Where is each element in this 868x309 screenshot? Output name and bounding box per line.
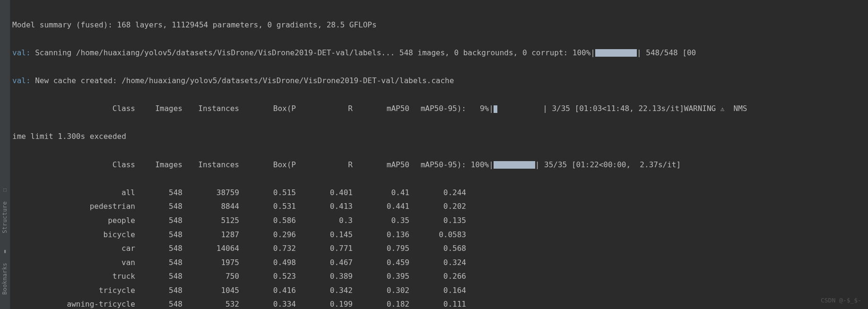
- table-row: van54819750.4980.4670.4590.324: [12, 256, 867, 270]
- val-prefix: val:: [12, 76, 31, 85]
- val-scan-line: val: Scanning /home/huaxiang/yolov5/data…: [12, 46, 867, 60]
- model-summary-line: Model summary (fused): 168 layers, 11129…: [12, 18, 867, 32]
- table-row: awning-tricycle5485320.3340.1990.1820.11…: [12, 297, 867, 309]
- overflow-line: ime limit 1.300s exceeded: [12, 129, 867, 144]
- val-cache-line: val: New cache created: /home/huaxiang/y…: [12, 74, 867, 88]
- table-row: bicycle54812870.2960.1450.1360.0583: [12, 228, 867, 242]
- table-row: tricycle54810450.4160.3420.3020.164: [12, 283, 867, 298]
- progress-bar-partial: [494, 105, 497, 113]
- table-row: pedestrian54888440.5310.4130.4410.202: [12, 199, 867, 214]
- watermark: CSDN @-$_$-: [821, 295, 861, 306]
- sidebar-tab-bookmarks[interactable]: Bookmarks: [0, 258, 11, 300]
- structure-icon: ⬚: [3, 185, 7, 195]
- table-header-row-1: ClassImagesInstancesBox(PRmAP50mAP50-95)…: [12, 102, 867, 116]
- results-table-body: all548387590.5150.4010.410.244pedestrian…: [12, 186, 867, 309]
- sidebar-tab-structure[interactable]: Structure: [0, 197, 11, 238]
- table-header-row-2: ClassImagesInstancesBox(PRmAP50mAP50-95)…: [12, 158, 867, 172]
- table-row: people54851250.5860.30.350.135: [12, 214, 867, 228]
- table-row: all548387590.5150.4010.410.244: [12, 186, 867, 200]
- val-prefix: val:: [12, 48, 31, 57]
- table-row: car548140640.7320.7710.7950.568: [12, 241, 867, 256]
- bookmarks-icon: ▮: [3, 247, 7, 256]
- progress-bar-full: [595, 49, 637, 57]
- progress-bar-full: [494, 161, 535, 169]
- ide-sidebar: ⬚ Structure ▮ Bookmarks: [0, 0, 10, 309]
- table-row: truck5487500.5230.3890.3950.266: [12, 269, 867, 283]
- terminal-output[interactable]: Model summary (fused): 168 layers, 11129…: [10, 0, 868, 309]
